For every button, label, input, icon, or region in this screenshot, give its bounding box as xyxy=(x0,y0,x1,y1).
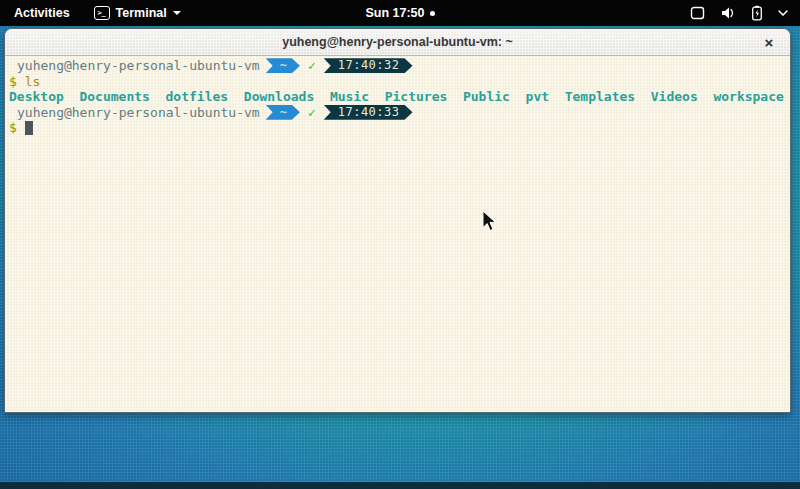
prompt-line-1: yuheng@henry-personal-ubuntu-vm ~ ✓ 17:4… xyxy=(9,58,786,74)
battery-charging-icon xyxy=(751,5,763,21)
close-button[interactable]: × xyxy=(756,29,782,56)
prompt-symbol: $ xyxy=(9,74,17,90)
gnome-top-bar: Activities >_ Terminal Sun 17:50 xyxy=(0,0,800,26)
clock-label: Sun 17:50 xyxy=(365,6,424,20)
command-value: ls xyxy=(25,74,41,90)
activities-label: Activities xyxy=(14,6,70,20)
window-titlebar[interactable]: yuheng@henry-personal-ubuntu-vm: ~ × xyxy=(5,29,790,56)
volume-icon xyxy=(720,6,736,20)
prompt-time-segment: 17:40:33 xyxy=(324,105,413,120)
terminal-icon: >_ xyxy=(94,6,110,20)
chevron-down-icon xyxy=(778,10,788,16)
prompt-symbol: $ xyxy=(9,120,17,136)
prompt-time-segment: 17:40:32 xyxy=(324,58,413,73)
input-line[interactable]: $ xyxy=(9,120,786,136)
app-menu-terminal[interactable]: >_ Terminal xyxy=(84,0,191,26)
activities-button[interactable]: Activities xyxy=(0,0,84,26)
terminal-cursor xyxy=(25,121,33,135)
app-menu-label: Terminal xyxy=(116,6,167,20)
notification-dot xyxy=(430,11,435,16)
command-text xyxy=(17,74,25,90)
prompt-user-host: yuheng@henry-personal-ubuntu-vm xyxy=(17,105,260,121)
check-icon: ✓ xyxy=(308,58,316,74)
caret-down-icon xyxy=(173,11,181,15)
display-icon xyxy=(690,6,705,20)
system-status-area[interactable] xyxy=(678,0,800,26)
ls-output: Desktop Documents dotfiles Downloads Mus… xyxy=(9,89,786,105)
terminal-content[interactable]: yuheng@henry-personal-ubuntu-vm ~ ✓ 17:4… xyxy=(5,56,790,412)
clock-button[interactable]: Sun 17:50 xyxy=(365,6,434,20)
prompt-line-2: yuheng@henry-personal-ubuntu-vm ~ ✓ 17:4… xyxy=(9,105,786,121)
prompt-cwd-segment: ~ xyxy=(266,105,300,120)
prompt-user-host: yuheng@henry-personal-ubuntu-vm xyxy=(17,58,260,74)
check-icon: ✓ xyxy=(308,105,316,121)
command-line: $ ls xyxy=(9,74,786,90)
terminal-window: yuheng@henry-personal-ubuntu-vm: ~ × yuh… xyxy=(4,28,791,413)
window-title: yuheng@henry-personal-ubuntu-vm: ~ xyxy=(5,35,790,49)
desktop-bottom-strip xyxy=(0,482,800,489)
prompt-cwd-segment: ~ xyxy=(266,58,300,73)
